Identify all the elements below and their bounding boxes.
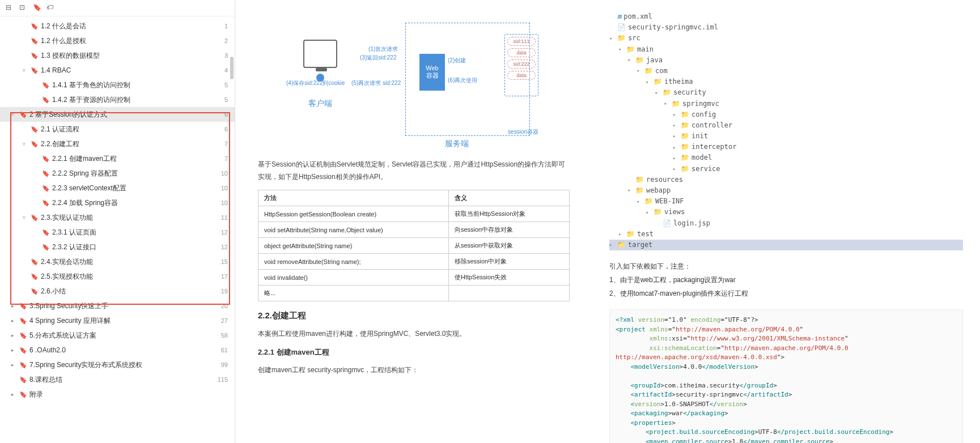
toc-item[interactable]: 🔖2.3.1 认证页面12	[0, 225, 235, 240]
bookmark-icon: 🔖	[19, 332, 27, 339]
toc-item[interactable]: 🔖2.2.1 创建maven工程7	[0, 151, 235, 166]
expand-arrow-icon[interactable]: ▿	[11, 112, 17, 117]
toc-label: 1.2 什么是会话	[41, 22, 86, 31]
notes: 引入如下依赖如下，注意： 1、由于是web工程，packaging设置为war …	[609, 259, 963, 300]
bookmark-icon: 🔖	[42, 96, 50, 104]
tree-item[interactable]: ▸📁test	[609, 229, 963, 240]
tree-item[interactable]: ▾📁src	[609, 33, 963, 44]
tree-item[interactable]: ▾📁security	[609, 87, 963, 98]
expand-arrow-icon[interactable]: ▿	[23, 141, 28, 147]
toc-item[interactable]: 🔖2.2.2 Spring 容器配置10	[0, 166, 235, 181]
tree-arrow-icon[interactable]: ▸	[673, 132, 678, 140]
tree-item[interactable]: ▾📁webapp	[609, 185, 963, 196]
toc-item[interactable]: ▸🔖5.分布式系统认证方案58	[0, 328, 235, 343]
tree-arrow-icon[interactable]: ▾	[609, 35, 615, 42]
bookmark-remove-icon[interactable]: 🏷	[46, 3, 56, 12]
toc-item[interactable]: ▿🔖2.2.创建工程7	[0, 137, 235, 151]
expand-arrow-icon[interactable]: ▸	[11, 303, 17, 309]
toc-item[interactable]: ▿🔖1.4 RBAC4	[0, 63, 235, 78]
expand-arrow-icon[interactable]: ▿	[23, 67, 28, 73]
tree-arrow-icon[interactable]: ▸	[673, 143, 678, 151]
tree-item[interactable]: mpom.xml	[609, 11, 963, 22]
toc-item[interactable]: 🔖1.2 什么是会话1	[0, 19, 235, 33]
toc-item[interactable]: ▿🔖2 基于Session的认证方式6	[0, 107, 235, 122]
toc-item[interactable]: 🔖2.1 认证流程6	[0, 122, 235, 137]
tree-item[interactable]: ▾📁WEB-INF	[609, 196, 963, 207]
tree-item[interactable]: ▾📁java	[609, 55, 963, 66]
folder-icon: 📁	[644, 196, 653, 207]
toc-item[interactable]: 🔖2.2.4 加载 Spring容器10	[0, 195, 235, 210]
bookmark-icon: 🔖	[31, 140, 39, 148]
tree-arrow-icon[interactable]: ▸	[673, 121, 678, 129]
toc-page-number: 4	[224, 67, 228, 74]
toc-label: 2.5.实现授权功能	[41, 272, 93, 282]
toc-page-number: 10	[221, 199, 228, 206]
tree-arrow-icon[interactable]: ▾	[627, 186, 633, 194]
expand-arrow-icon[interactable]: ▸	[11, 333, 17, 338]
tree-arrow-icon[interactable]: ▸	[673, 165, 678, 173]
toc-item[interactable]: 🔖2.3.2 认证接口12	[0, 240, 235, 254]
tree-arrow-icon[interactable]: ▾	[618, 45, 624, 53]
tree-arrow-icon[interactable]: ▸	[673, 154, 678, 162]
maven-icon: m	[617, 11, 621, 22]
toc-page-number: 2	[224, 37, 228, 44]
toc-item[interactable]: 🔖2.6.小结19	[0, 284, 235, 299]
toc-item[interactable]: 🔖1.4.1 基于角色的访问控制5	[0, 78, 235, 92]
tree-item[interactable]: ▾📁main	[609, 44, 963, 55]
toc-item[interactable]: 🔖1.3 授权的数据模型3	[0, 48, 235, 63]
tree-arrow-icon[interactable]: ▾	[637, 198, 642, 206]
tree-arrow-icon[interactable]: ▸	[673, 110, 678, 118]
client-box: 客户端	[286, 40, 354, 109]
tree-item[interactable]: 📄security-springmvc.iml	[609, 22, 963, 33]
tree-arrow-icon[interactable]: ▾	[655, 89, 660, 97]
expand-arrow-icon[interactable]: ▸	[11, 362, 17, 368]
collapse-icon[interactable]: ⊟	[6, 3, 15, 12]
tree-item[interactable]: ▸📁controller	[609, 120, 963, 131]
toc-item[interactable]: ▸🔖4 Spring Security 应用详解27	[0, 313, 235, 328]
bookmark-icon: 🔖	[19, 391, 27, 398]
expand-arrow-icon[interactable]: ▸	[11, 391, 17, 397]
tree-item[interactable]: ▸📁model	[609, 152, 963, 163]
bookmark-icon: 🔖	[31, 258, 39, 266]
tree-item[interactable]: 📁resources	[609, 174, 963, 185]
toc-item[interactable]: 🔖1.4.2 基于资源的访问控制5	[0, 92, 235, 107]
expand-icon[interactable]: ⊡	[19, 3, 28, 12]
toc-item[interactable]: ▸🔖附录	[0, 387, 235, 402]
tree-arrow-icon[interactable]: ▸	[618, 230, 624, 238]
tree-item[interactable]: ▾📁com	[609, 66, 963, 76]
tree-item[interactable]: ▾📁springmvc	[609, 99, 963, 109]
tree-item[interactable]: ▾📁views	[609, 207, 963, 218]
scrollbar[interactable]	[230, 57, 234, 79]
tree-arrow-icon[interactable]: ▾	[664, 100, 669, 108]
expand-arrow-icon[interactable]: ▸	[11, 318, 17, 323]
tree-arrow-icon[interactable]: ▾	[637, 67, 642, 75]
toc-item[interactable]: 🔖1.2 什么是授权2	[0, 33, 235, 48]
tree-item[interactable]: ▸📁config	[609, 109, 963, 120]
toc-item[interactable]: 🔖8.课程总结115	[0, 372, 235, 387]
tree-item[interactable]: 📄login.jsp	[609, 218, 963, 229]
tree-item[interactable]: ▾📁itheima	[609, 76, 963, 87]
bookmark-add-icon[interactable]: 🔖	[33, 3, 42, 12]
tree-item[interactable]: ▸📁target	[609, 240, 963, 250]
page-left: 客户端 Web 容器 sid:111 data sid:222 data ses…	[235, 0, 592, 443]
toc-item[interactable]: ▸🔖6 .OAuth2.061	[0, 343, 235, 357]
tree-item[interactable]: ▸📁init	[609, 131, 963, 142]
tree-arrow-icon[interactable]: ▾	[627, 56, 633, 64]
bookmark-icon: 🔖	[19, 111, 27, 118]
toc-item[interactable]: 🔖2.5.实现授权功能17	[0, 269, 235, 284]
tree-arrow-icon[interactable]: ▸	[609, 241, 615, 249]
tree-item[interactable]: ▸📁interceptor	[609, 142, 963, 152]
toc-item[interactable]: 🔖2.4.实现会话功能15	[0, 254, 235, 269]
toc-item[interactable]: ▸🔖3.Spring Security快速上手20	[0, 299, 235, 313]
tree-arrow-icon[interactable]: ▾	[646, 78, 651, 86]
sid2: sid:222	[507, 59, 536, 69]
toc-item[interactable]: ▸🔖7.Spring Security实现分布式系统授权99	[0, 357, 235, 372]
tree-arrow-icon[interactable]: ▾	[646, 208, 651, 216]
folder-icon: 📁	[635, 174, 644, 185]
arrow6: (6)再次使用	[448, 76, 477, 84]
toc-item[interactable]: 🔖2.2.3 servletContext配置10	[0, 181, 235, 195]
expand-arrow-icon[interactable]: ▿	[23, 215, 28, 220]
expand-arrow-icon[interactable]: ▸	[11, 347, 17, 353]
toc-item[interactable]: ▿🔖2.3.实现认证功能11	[0, 210, 235, 225]
tree-item[interactable]: ▸📁service	[609, 164, 963, 174]
